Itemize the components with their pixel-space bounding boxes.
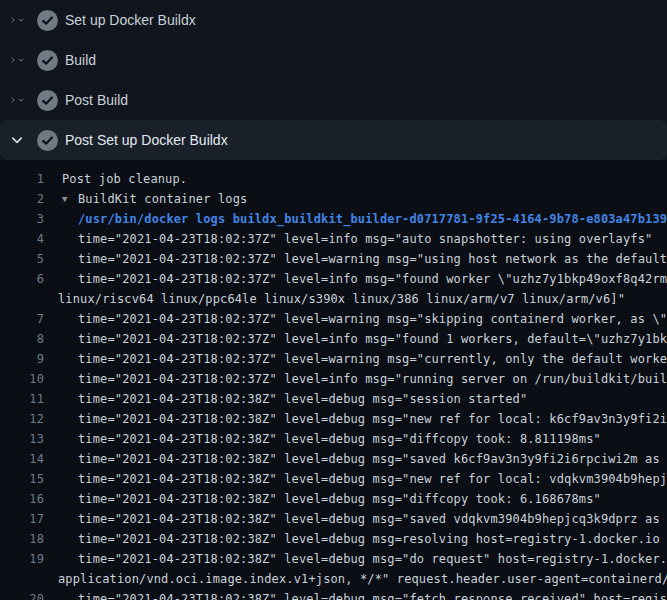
log-line-text-content: time="2021-04-23T18:02:37Z" level=info m… xyxy=(78,272,667,286)
log-row: 20 ▼time="2021-04-23T18:02:38Z" level=de… xyxy=(0,589,667,600)
log-line-text: ▼time="2021-04-23T18:02:37Z" level=warni… xyxy=(44,249,667,269)
log-line-number[interactable]: 4 xyxy=(0,229,44,249)
step-row-build[interactable]: Build xyxy=(0,40,667,80)
log-row: 4 ▼time="2021-04-23T18:02:37Z" level=inf… xyxy=(0,229,667,249)
actions-log-viewer: Set up Docker Buildx Build xyxy=(0,0,667,600)
log-line-text: ▼application/vnd.oci.image.index.v1+json… xyxy=(44,569,667,589)
log-line-text: ▼time="2021-04-23T18:02:37Z" level=warni… xyxy=(44,309,667,329)
log-line-text-content: time="2021-04-23T18:02:37Z" level=info m… xyxy=(78,372,667,386)
check-circle-icon xyxy=(37,130,58,151)
log-row: 14 ▼time="2021-04-23T18:02:38Z" level=de… xyxy=(0,449,667,469)
log-row: 1 ▼Post job cleanup. xyxy=(0,169,667,189)
log-line-number[interactable]: 15 xyxy=(0,469,44,489)
log-row: 13 ▼time="2021-04-23T18:02:38Z" level=de… xyxy=(0,429,667,449)
log-line-text-content: time="2021-04-23T18:02:38Z" level=debug … xyxy=(78,452,667,466)
log-line-number[interactable]: 19 xyxy=(0,549,44,569)
log-line-text: ▼time="2021-04-23T18:02:38Z" level=debug… xyxy=(44,489,601,509)
log-line-number[interactable]: 14 xyxy=(0,449,44,469)
log-row: 6 ▼time="2021-04-23T18:02:37Z" level=inf… xyxy=(0,269,667,289)
log-line-text: ▼time="2021-04-23T18:02:38Z" level=debug… xyxy=(44,549,667,569)
group-caret-icon[interactable]: ▼ xyxy=(62,189,78,209)
log-line-number[interactable]: 18 xyxy=(0,529,44,549)
log-line-text: ▼Post job cleanup. xyxy=(44,169,187,189)
log-line-text: ▼time="2021-04-23T18:02:38Z" level=debug… xyxy=(44,589,667,600)
log-line-number[interactable]: 17 xyxy=(0,509,44,529)
log-line-number[interactable]: 9 xyxy=(0,349,44,369)
step-label: Post Build xyxy=(65,92,128,108)
log-line-number[interactable]: 16 xyxy=(0,489,44,509)
log-row: 11 ▼time="2021-04-23T18:02:38Z" level=de… xyxy=(0,389,667,409)
log-line-text-content: time="2021-04-23T18:02:38Z" level=debug … xyxy=(78,432,601,446)
log-line-text-content: /usr/bin/docker logs buildx_buildkit_bui… xyxy=(78,212,667,226)
log-line-number[interactable]: 2 xyxy=(0,189,44,209)
log-line-text: ▼time="2021-04-23T18:02:38Z" level=debug… xyxy=(44,509,667,529)
log-line-text-content: linux/riscv64 linux/ppc64le linux/s390x … xyxy=(58,292,625,306)
log-line-text-content: time="2021-04-23T18:02:38Z" level=debug … xyxy=(78,392,527,406)
log-line-text: ▼BuildKit container logs xyxy=(44,189,247,209)
log-line-text: ▼time="2021-04-23T18:02:38Z" level=debug… xyxy=(44,469,667,489)
log-line-number[interactable]: 5 xyxy=(0,249,44,269)
log-row: 5 ▼time="2021-04-23T18:02:37Z" level=war… xyxy=(0,249,667,269)
log-row: ▼linux/riscv64 linux/ppc64le linux/s390x… xyxy=(0,289,667,309)
log-line-text-content: Post job cleanup. xyxy=(62,172,187,186)
log-line-text-content: time="2021-04-23T18:02:38Z" level=debug … xyxy=(78,492,601,506)
log-line-number[interactable]: 11 xyxy=(0,389,44,409)
log-row: 7 ▼time="2021-04-23T18:02:37Z" level=war… xyxy=(0,309,667,329)
log-line-text-content: time="2021-04-23T18:02:37Z" level=info m… xyxy=(78,232,652,246)
log-line-text: ▼time="2021-04-23T18:02:37Z" level=info … xyxy=(44,269,667,289)
step-row-set-up-docker-buildx[interactable]: Set up Docker Buildx xyxy=(0,0,667,40)
log-row: 18 ▼time="2021-04-23T18:02:38Z" level=de… xyxy=(0,529,667,549)
log-line-text: ▼/usr/bin/docker logs buildx_buildkit_bu… xyxy=(44,209,667,229)
chevron-icon xyxy=(9,12,25,28)
log-line-number[interactable]: 3 xyxy=(0,209,44,229)
log-line-text-content: BuildKit container logs xyxy=(78,192,247,206)
log-row: ▼application/vnd.oci.image.index.v1+json… xyxy=(0,569,667,589)
step-row-post-build[interactable]: Post Build xyxy=(0,80,667,120)
log-line-number[interactable]: 6 xyxy=(0,269,44,289)
log-row: 15 ▼time="2021-04-23T18:02:38Z" level=de… xyxy=(0,469,667,489)
chevron-icon xyxy=(9,52,25,68)
log-line-text: ▼time="2021-04-23T18:02:37Z" level=info … xyxy=(44,329,667,349)
log-line-text-content: time="2021-04-23T18:02:38Z" level=debug … xyxy=(78,552,667,566)
chevron-icon xyxy=(9,132,25,148)
log-row: 9 ▼time="2021-04-23T18:02:37Z" level=war… xyxy=(0,349,667,369)
log-line-number[interactable]: 12 xyxy=(0,409,44,429)
log-line-number[interactable]: 10 xyxy=(0,369,44,389)
log-line-text-content: time="2021-04-23T18:02:38Z" level=debug … xyxy=(78,532,660,546)
check-circle-icon xyxy=(37,90,58,111)
chevron-icon xyxy=(9,92,25,108)
log-lines: 1 ▼Post job cleanup. 2 ▼BuildKit contain… xyxy=(0,160,667,600)
log-line-text-content: time="2021-04-23T18:02:38Z" level=debug … xyxy=(78,512,667,526)
log-line-text: ▼time="2021-04-23T18:02:38Z" level=debug… xyxy=(44,429,601,449)
log-line-number[interactable] xyxy=(0,289,44,309)
log-row: 12 ▼time="2021-04-23T18:02:38Z" level=de… xyxy=(0,409,667,429)
log-line-text-content: time="2021-04-23T18:02:37Z" level=info m… xyxy=(78,332,667,346)
log-line-text: ▼linux/riscv64 linux/ppc64le linux/s390x… xyxy=(44,289,625,309)
log-line-number[interactable]: 8 xyxy=(0,329,44,349)
log-line-text-content: time="2021-04-23T18:02:37Z" level=warnin… xyxy=(78,252,667,266)
log-line-text-content: time="2021-04-23T18:02:37Z" level=warnin… xyxy=(78,352,667,366)
log-line-number[interactable]: 7 xyxy=(0,309,44,329)
log-line-number[interactable]: 13 xyxy=(0,429,44,449)
check-circle-icon xyxy=(37,10,58,31)
log-line-text: ▼time="2021-04-23T18:02:38Z" level=debug… xyxy=(44,409,667,429)
log-line-text: ▼time="2021-04-23T18:02:37Z" level=warni… xyxy=(44,349,667,369)
log-line-number[interactable]: 1 xyxy=(0,169,44,189)
chevron-right-icon xyxy=(9,92,17,108)
check-circle-icon xyxy=(37,50,58,71)
log-line-number[interactable] xyxy=(0,569,44,589)
step-label: Post Set up Docker Buildx xyxy=(65,132,228,148)
log-line-text-content: application/vnd.oci.image.index.v1+json,… xyxy=(58,572,667,586)
log-line-text-content: time="2021-04-23T18:02:38Z" level=debug … xyxy=(78,592,667,600)
log-row: 19 ▼time="2021-04-23T18:02:38Z" level=de… xyxy=(0,549,667,569)
chevron-down-icon xyxy=(17,12,25,28)
log-line-text: ▼time="2021-04-23T18:02:38Z" level=debug… xyxy=(44,449,667,469)
log-line-text-content: time="2021-04-23T18:02:37Z" level=warnin… xyxy=(78,312,667,326)
log-row: 16 ▼time="2021-04-23T18:02:38Z" level=de… xyxy=(0,489,667,509)
step-row-post-set-up-docker-buildx[interactable]: Post Set up Docker Buildx xyxy=(0,120,667,160)
log-line-text: ▼time="2021-04-23T18:02:38Z" level=debug… xyxy=(44,389,527,409)
steps-list: Set up Docker Buildx Build xyxy=(0,0,667,160)
log-line-number[interactable]: 20 xyxy=(0,589,44,600)
chevron-right-icon xyxy=(9,12,17,28)
chevron-down-icon xyxy=(17,92,25,108)
